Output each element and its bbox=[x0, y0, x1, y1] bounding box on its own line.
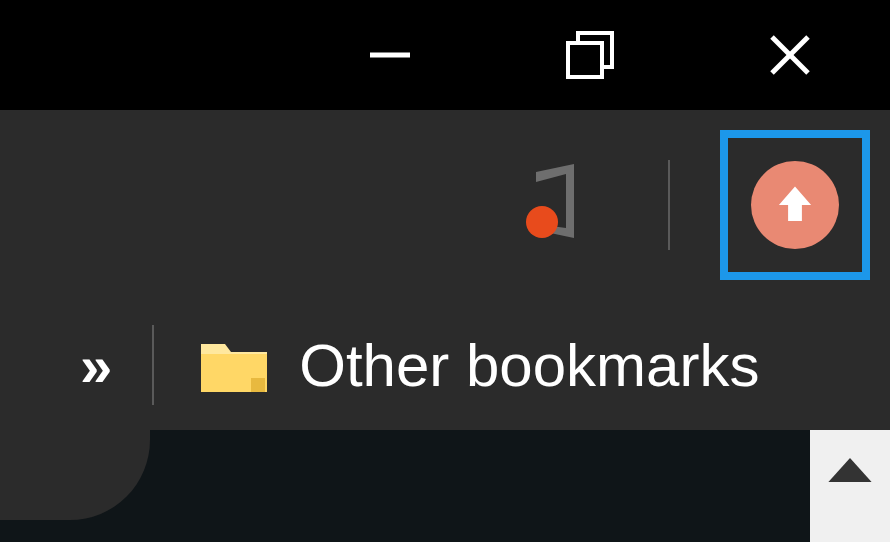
close-icon bbox=[764, 29, 816, 81]
scroll-up-button[interactable] bbox=[810, 430, 890, 542]
bookmarks-overflow-button[interactable]: » bbox=[80, 332, 107, 399]
office-extension-icon bbox=[508, 160, 598, 250]
office-extension-button[interactable] bbox=[508, 160, 598, 250]
svg-rect-2 bbox=[568, 43, 602, 77]
toolbar-separator bbox=[668, 160, 670, 250]
bookmarks-separator bbox=[152, 325, 154, 405]
bookmarks-bar: » Other bookmarks bbox=[0, 300, 890, 430]
svg-rect-6 bbox=[251, 378, 265, 392]
upload-icon bbox=[751, 161, 839, 249]
minimize-icon bbox=[364, 29, 416, 81]
close-button[interactable] bbox=[690, 0, 890, 110]
window-titlebar bbox=[0, 0, 890, 110]
other-bookmarks-button[interactable]: Other bookmarks bbox=[299, 331, 759, 400]
minimize-button[interactable] bbox=[290, 0, 490, 110]
upload-extension-button[interactable] bbox=[720, 130, 870, 280]
svg-point-5 bbox=[526, 206, 558, 238]
restore-button[interactable] bbox=[490, 0, 690, 110]
restore-icon bbox=[564, 29, 616, 81]
scroll-up-icon bbox=[826, 455, 874, 485]
content-area bbox=[0, 430, 890, 542]
browser-toolbar bbox=[0, 110, 890, 300]
folder-icon bbox=[199, 336, 269, 394]
